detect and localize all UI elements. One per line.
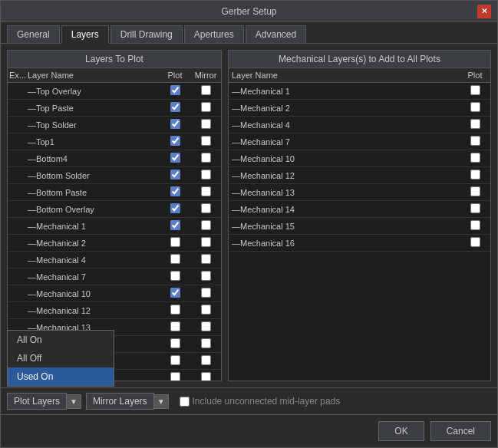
layer-mirror-cell: [190, 153, 221, 165]
left-layer-row: —Mechanical 4: [8, 252, 221, 268]
right-layer-plot-checkbox[interactable]: [470, 186, 480, 196]
right-layer-plot-checkbox[interactable]: [470, 220, 480, 230]
layer-plot-checkbox[interactable]: [170, 321, 180, 331]
cancel-button[interactable]: Cancel: [430, 421, 491, 441]
right-layer-plot-checkbox[interactable]: [470, 237, 480, 247]
layer-mirror-checkbox[interactable]: [201, 102, 211, 112]
layer-plot-checkbox[interactable]: [170, 254, 180, 264]
layer-mirror-checkbox[interactable]: [201, 220, 211, 230]
tab-bar: General Layers Drill Drawing Apertures A…: [1, 22, 497, 44]
layer-plot-cell: [160, 220, 190, 232]
left-layer-row: —Mechanical 12: [8, 302, 221, 319]
layer-plot-checkbox[interactable]: [170, 237, 180, 247]
plot-layers-button[interactable]: Plot Layers: [7, 393, 67, 410]
layer-mirror-checkbox[interactable]: [201, 372, 211, 381]
layer-mirror-checkbox[interactable]: [201, 186, 211, 196]
mid-layer-text: Include unconnected mid-layer pads: [193, 396, 341, 407]
right-layer-name: —Mechanical 13: [229, 188, 460, 197]
dropdown-used-on[interactable]: Used On: [8, 367, 114, 386]
mirror-layers-button[interactable]: Mirror Layers: [86, 393, 154, 410]
right-layer-plot-checkbox[interactable]: [470, 170, 480, 180]
right-layer-plot-checkbox[interactable]: [470, 153, 480, 163]
layer-mirror-checkbox[interactable]: [201, 85, 211, 95]
layer-name: —Top Paste: [25, 104, 160, 113]
plot-layers-group: Plot Layers ▼: [7, 393, 81, 410]
dialog-buttons: OK Cancel: [1, 414, 497, 447]
left-layer-row: —Mechanical 1: [8, 218, 221, 235]
tab-advanced[interactable]: Advanced: [246, 25, 306, 43]
layer-mirror-checkbox[interactable]: [201, 271, 211, 281]
layer-plot-checkbox[interactable]: [170, 102, 180, 112]
right-layer-plot-checkbox[interactable]: [470, 203, 480, 213]
dialog-title: Gerber Setup: [21, 6, 477, 17]
layer-mirror-checkbox[interactable]: [201, 254, 211, 264]
mirror-layers-arrow[interactable]: ▼: [154, 394, 169, 409]
layer-name: —Top1: [25, 137, 160, 147]
layer-name: —Bottom Paste: [25, 188, 160, 197]
right-layer-row: —Mechanical 7: [229, 133, 490, 150]
layer-plot-checkbox[interactable]: [170, 288, 180, 298]
layer-mirror-checkbox[interactable]: [201, 170, 211, 180]
layer-mirror-checkbox[interactable]: [201, 119, 211, 129]
right-layer-name: —Mechanical 10: [229, 154, 460, 163]
tab-drill-drawing[interactable]: Drill Drawing: [110, 25, 183, 43]
right-layer-plot-cell: [460, 85, 490, 97]
layer-mirror-checkbox[interactable]: [201, 237, 211, 247]
layer-mirror-checkbox[interactable]: [201, 338, 211, 348]
layer-plot-checkbox[interactable]: [170, 271, 180, 281]
layer-plot-cell: [160, 321, 190, 334]
layer-mirror-checkbox[interactable]: [201, 305, 211, 315]
layer-plot-cell: [160, 305, 190, 317]
layer-mirror-checkbox[interactable]: [201, 203, 211, 213]
right-layer-plot-checkbox[interactable]: [470, 102, 480, 112]
tab-apertures[interactable]: Apertures: [184, 25, 244, 43]
right-layer-plot-checkbox[interactable]: [470, 119, 480, 129]
layer-plot-checkbox[interactable]: [170, 372, 180, 381]
layer-plot-checkbox[interactable]: [170, 153, 180, 163]
layer-plot-checkbox[interactable]: [170, 338, 180, 348]
layer-mirror-checkbox[interactable]: [201, 288, 211, 298]
layer-name: —Bottom Overlay: [25, 205, 160, 214]
layer-plot-checkbox[interactable]: [170, 186, 180, 196]
left-layer-row: —Top Overlay: [8, 83, 221, 100]
dropdown-all-on[interactable]: All On: [8, 331, 114, 349]
tab-layers[interactable]: Layers: [61, 25, 109, 44]
dropdown-all-off[interactable]: All Off: [8, 349, 114, 367]
layer-mirror-checkbox[interactable]: [201, 136, 211, 146]
layer-plot-cell: [160, 254, 190, 266]
layer-plot-checkbox[interactable]: [170, 170, 180, 180]
right-layer-name: —Mechanical 4: [229, 120, 460, 130]
plot-layers-arrow[interactable]: ▼: [67, 394, 81, 409]
right-layer-name: —Mechanical 14: [229, 205, 460, 214]
tab-general[interactable]: General: [7, 25, 60, 43]
right-layer-name: —Mechanical 12: [229, 171, 460, 180]
layer-mirror-cell: [190, 186, 221, 199]
layer-plot-checkbox[interactable]: [170, 220, 180, 230]
right-layer-name: —Mechanical 7: [229, 137, 460, 147]
layer-mirror-checkbox[interactable]: [201, 153, 211, 163]
mid-layer-checkbox[interactable]: [180, 397, 190, 407]
right-layer-plot-cell: [460, 136, 490, 148]
left-layer-row: —Mechanical 2: [8, 235, 221, 252]
layer-plot-checkbox[interactable]: [170, 85, 180, 95]
right-layer-plot-checkbox[interactable]: [470, 136, 480, 146]
left-panel-header: Layers To Plot: [8, 51, 221, 68]
layer-plot-cell: [160, 102, 190, 114]
layer-plot-checkbox[interactable]: [170, 119, 180, 129]
right-layer-plot-checkbox[interactable]: [470, 85, 480, 95]
layer-mirror-checkbox[interactable]: [201, 355, 211, 365]
layer-name: —Mechanical 10: [25, 289, 160, 298]
layer-plot-checkbox[interactable]: [170, 355, 180, 365]
layer-plot-checkbox[interactable]: [170, 305, 180, 315]
ok-button[interactable]: OK: [378, 421, 424, 441]
bottom-bar: Plot Layers ▼ Mirror Layers ▼ Include un…: [1, 387, 497, 414]
layer-mirror-checkbox[interactable]: [201, 321, 211, 331]
layer-plot-checkbox[interactable]: [170, 136, 180, 146]
left-layer-row: —Mechanical 7: [8, 268, 221, 285]
layer-mirror-cell: [190, 372, 221, 381]
right-panel-body: —Mechanical 1 —Mechanical 2 —Mechanical …: [229, 83, 490, 380]
right-layer-plot-cell: [460, 237, 490, 249]
dialog: Gerber Setup ✕ General Layers Drill Draw…: [0, 0, 498, 448]
close-button[interactable]: ✕: [477, 5, 491, 18]
layer-plot-checkbox[interactable]: [170, 203, 180, 213]
